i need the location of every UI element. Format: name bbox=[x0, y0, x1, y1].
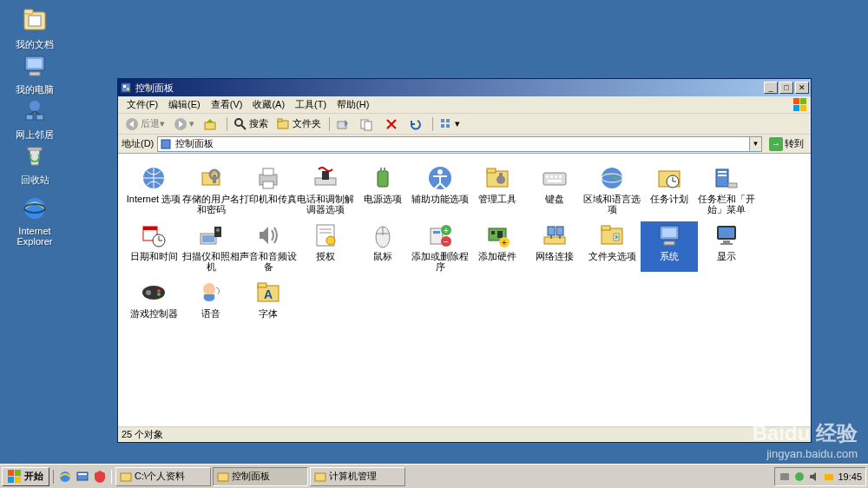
desktop-icon-recycle-icon[interactable]: 回收站 bbox=[4, 142, 65, 187]
ie-icon[interactable] bbox=[58, 470, 72, 484]
svg-rect-20 bbox=[800, 105, 806, 111]
delete-icon bbox=[385, 117, 398, 131]
internet-options-icon bbox=[140, 164, 168, 192]
recycle-icon bbox=[21, 142, 49, 170]
system-tray[interactable]: 19:45 bbox=[774, 467, 866, 486]
cp-item-scheduled-tasks[interactable]: 任务计划 bbox=[641, 164, 698, 214]
menu-h[interactable]: 帮助(H) bbox=[332, 96, 374, 113]
volume-icon[interactable] bbox=[808, 471, 820, 483]
move-to-button[interactable] bbox=[332, 115, 355, 133]
svg-point-113 bbox=[157, 289, 161, 293]
cp-item-display[interactable]: 显示 bbox=[698, 221, 755, 272]
go-button[interactable]: → 转到 bbox=[766, 136, 807, 152]
svg-rect-97 bbox=[544, 237, 565, 244]
tray-icon-4[interactable] bbox=[823, 471, 835, 483]
menu-v[interactable]: 查看(V) bbox=[206, 96, 248, 113]
cp-item-add-hardware[interactable]: +添加硬件 bbox=[469, 221, 526, 272]
address-dropdown-button[interactable]: ▼ bbox=[750, 136, 762, 152]
svg-rect-122 bbox=[15, 477, 21, 483]
forward-icon bbox=[174, 117, 187, 131]
up-button[interactable] bbox=[200, 115, 222, 133]
cp-item-power[interactable]: 电源选项 bbox=[354, 164, 411, 214]
cp-item-accessibility[interactable]: 辅助功能选项 bbox=[411, 164, 469, 214]
cp-item-folder-options[interactable]: 文件夹选项 bbox=[583, 221, 641, 272]
close-button[interactable]: ✕ bbox=[795, 82, 809, 94]
svg-rect-5 bbox=[30, 72, 40, 76]
task-button[interactable]: C:\个人资料 bbox=[115, 467, 211, 486]
mouse-icon bbox=[369, 221, 397, 249]
cp-item-label: 任务栏和「开始」菜单 bbox=[698, 194, 755, 214]
forward-button[interactable]: ▾ bbox=[170, 115, 198, 133]
menu-f[interactable]: 文件(F) bbox=[122, 96, 163, 113]
cp-item-stored-passwords[interactable]: 存储的用户名和密码 bbox=[182, 164, 240, 214]
cp-item-label: 游戏控制器 bbox=[125, 308, 182, 319]
cp-item-printers[interactable]: 打印机和传真 bbox=[240, 164, 297, 214]
security-icon[interactable] bbox=[93, 470, 107, 484]
start-button[interactable]: 开始 bbox=[2, 467, 49, 486]
svg-rect-69 bbox=[728, 183, 737, 188]
tray-icon-2[interactable] bbox=[793, 471, 806, 483]
cp-item-label: 管理工具 bbox=[469, 194, 526, 204]
menu-t[interactable]: 工具(T) bbox=[290, 96, 332, 113]
views-button[interactable]: ▾ bbox=[436, 115, 464, 133]
desktop-icon-network-icon[interactable]: 网上邻居 bbox=[4, 97, 65, 142]
cp-item-keyboard[interactable]: 键盘 bbox=[526, 164, 583, 214]
folders-button[interactable]: 文件夹 bbox=[273, 115, 325, 133]
task-button[interactable]: 计算机管理 bbox=[310, 467, 405, 486]
scanners-icon bbox=[197, 221, 225, 249]
cp-item-sound[interactable]: 声音和音频设备 bbox=[240, 221, 297, 272]
maximize-button[interactable]: □ bbox=[779, 82, 793, 94]
cp-item-scanners[interactable]: 扫描仪和照相机 bbox=[182, 221, 240, 272]
cp-item-label: 添加或删除程序 bbox=[411, 251, 469, 272]
menu-e[interactable]: 编辑(E) bbox=[163, 96, 206, 113]
back-button[interactable]: 后退 ▾ bbox=[122, 115, 168, 133]
cp-item-label: 系统 bbox=[641, 251, 698, 261]
svg-rect-11 bbox=[28, 148, 42, 150]
cp-item-game-controllers[interactable]: 游戏控制器 bbox=[125, 279, 182, 319]
svg-rect-59 bbox=[548, 180, 562, 182]
cp-item-regional[interactable]: 区域和语言选项 bbox=[583, 164, 641, 214]
undo-button[interactable] bbox=[405, 115, 428, 133]
copy-to-button[interactable] bbox=[357, 115, 379, 133]
back-icon bbox=[125, 117, 139, 131]
desktop-icon-documents-icon[interactable]: 我的文档 bbox=[4, 7, 65, 51]
cp-item-licensing[interactable]: 授权 bbox=[297, 221, 354, 272]
cp-item-mouse[interactable]: 鼠标 bbox=[354, 221, 411, 272]
cp-item-modem[interactable]: 电话和调制解调器选项 bbox=[297, 164, 354, 214]
menu-a[interactable]: 收藏(A) bbox=[247, 96, 290, 113]
svg-rect-105 bbox=[662, 228, 676, 237]
modem-icon bbox=[312, 164, 339, 192]
cp-item-admin-tools[interactable]: 管理工具 bbox=[469, 164, 526, 214]
add-hardware-icon: + bbox=[483, 221, 511, 249]
task-button[interactable]: 控制面板 bbox=[213, 467, 308, 486]
control-panel-icon bbox=[160, 138, 172, 150]
tray-icon-1[interactable] bbox=[779, 471, 791, 483]
desktop-icon-ie-icon[interactable]: Internet Explorer bbox=[4, 195, 65, 247]
svg-rect-47 bbox=[384, 168, 385, 172]
task-label: C:\个人资料 bbox=[135, 470, 185, 483]
svg-rect-119 bbox=[8, 470, 14, 476]
svg-rect-80 bbox=[319, 228, 332, 230]
delete-button[interactable] bbox=[381, 115, 404, 133]
cp-item-network-connections[interactable]: 网络连接 bbox=[526, 221, 583, 272]
search-button[interactable]: 搜索 bbox=[230, 115, 272, 133]
content-area[interactable]: Internet 选项存储的用户名和密码打印机和传真电话和调制解调器选项电源选项… bbox=[118, 154, 811, 426]
svg-text:−: − bbox=[444, 237, 449, 247]
address-input[interactable]: 控制面板 bbox=[157, 136, 750, 152]
minimize-button[interactable]: _ bbox=[764, 82, 778, 94]
cp-item-internet-options[interactable]: Internet 选项 bbox=[125, 164, 182, 214]
cp-item-speech[interactable]: 语音 bbox=[182, 279, 240, 319]
cp-item-add-remove[interactable]: +−添加或删除程序 bbox=[411, 221, 469, 272]
cp-item-fonts[interactable]: A字体 bbox=[240, 279, 297, 319]
svg-rect-33 bbox=[441, 124, 444, 128]
clock[interactable]: 19:45 bbox=[838, 472, 862, 482]
cp-item-datetime[interactable]: 日期和时间 bbox=[125, 221, 182, 272]
svg-rect-8 bbox=[36, 115, 43, 120]
window-title: 控制面板 bbox=[135, 82, 174, 95]
show-desktop-icon[interactable] bbox=[76, 470, 89, 484]
desktop-icon-computer-icon[interactable]: 我的电脑 bbox=[4, 52, 65, 96]
cp-item-taskbar-start[interactable]: 任务栏和「开始」菜单 bbox=[698, 164, 755, 214]
titlebar[interactable]: 控制面板 _ □ ✕ bbox=[118, 79, 811, 96]
svg-rect-67 bbox=[718, 171, 727, 173]
cp-item-system[interactable]: 系统 bbox=[641, 221, 698, 272]
